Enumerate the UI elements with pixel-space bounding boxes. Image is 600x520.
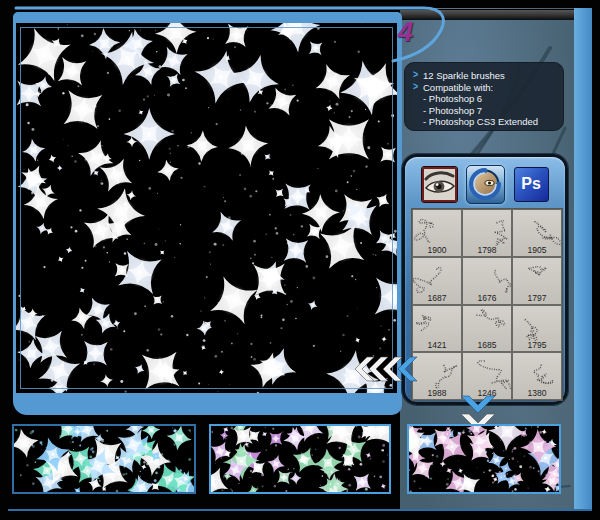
brush-size-label: 1797 (513, 293, 561, 303)
brush-cell[interactable]: 1380 (512, 352, 562, 400)
brush-stroke-preview (463, 306, 511, 342)
brush-cell[interactable]: 1900 (412, 209, 462, 257)
sparkle-preview-image (16, 23, 397, 393)
brush-stroke-preview (413, 210, 461, 246)
info-item: - Photoshop 6 (413, 93, 555, 105)
brush-size-label: 1685 (463, 340, 511, 350)
bottom-accent-line (8, 509, 592, 511)
info-item: - Photoshop CS3 Extended (413, 116, 555, 128)
brush-size-label: 1676 (463, 293, 511, 303)
brush-stroke-preview (513, 210, 561, 246)
eye-icon (424, 169, 455, 200)
brush-size-label: 1421 (413, 340, 461, 350)
brush-cell[interactable]: 1905 (512, 209, 562, 257)
brush-stroke-preview (463, 258, 511, 294)
ps-label: Ps (521, 175, 541, 193)
right-accent-bar (574, 8, 592, 511)
brush-stroke-preview (413, 306, 461, 342)
info-box: > 12 Sparkle brushes > Compatible with: … (404, 62, 564, 131)
feather-eye-icon (468, 167, 502, 201)
photoshop7-icon[interactable] (466, 165, 505, 204)
brush-cell[interactable]: 1988 (412, 352, 462, 400)
main-preview-frame (13, 12, 402, 415)
brush-size-label: 1798 (463, 245, 511, 255)
app-icons-row: Ps (405, 164, 565, 204)
preview-thumbnail-1 (12, 424, 196, 494)
info-text: - Photoshop CS3 Extended (423, 116, 538, 128)
left-chevrons-icon[interactable] (354, 355, 418, 383)
poster-canvas: 4 > 12 Sparkle brushes > Compatible with… (0, 0, 600, 520)
brush-size-label: 1380 (513, 388, 561, 398)
brush-size-label: 1795 (513, 340, 561, 350)
preview-sparkles-1 (14, 426, 194, 492)
brush-cell[interactable]: 1795 (512, 305, 562, 353)
brush-stroke-preview (413, 258, 461, 294)
info-text: - Photoshop 7 (423, 105, 482, 117)
brush-cell[interactable]: 1798 (462, 209, 512, 257)
info-item: > 12 Sparkle brushes (413, 70, 555, 82)
brush-cell[interactable]: 1685 (462, 305, 512, 353)
chevron-bullet-icon: > (413, 81, 423, 94)
brush-cell[interactable]: 1797 (512, 257, 562, 305)
brush-size-label: 1988 (413, 388, 461, 398)
preview-sparkles-2 (211, 426, 389, 492)
brush-size-label: 1905 (513, 245, 561, 255)
preview-thumbnail-2 (209, 424, 391, 494)
info-text: - Photoshop 6 (423, 93, 482, 105)
brush-size-label: 1687 (413, 293, 461, 303)
brush-panel: Ps 1900179819051687167617971421168517951… (402, 154, 568, 405)
preview-sparkles-3 (409, 426, 559, 492)
photoshop-cs3-ps-icon[interactable]: Ps (514, 167, 549, 202)
brush-cell[interactable]: 1246 (462, 352, 512, 400)
brush-stroke-preview (513, 306, 561, 342)
info-item: > Compatible with: (413, 82, 555, 94)
brush-stroke-preview (513, 353, 561, 389)
info-item: - Photoshop 7 (413, 105, 555, 117)
info-text: Compatible with: (423, 82, 493, 94)
photoshop6-eye-icon[interactable] (422, 167, 457, 202)
brush-cell[interactable]: 1676 (462, 257, 512, 305)
preview-thumbnail-3 (407, 424, 561, 494)
brush-cell[interactable]: 1421 (412, 305, 462, 353)
brush-grid: 1900179819051687167617971421168517951988… (411, 208, 563, 401)
page-number: 4 (398, 17, 428, 48)
brush-stroke-preview (463, 353, 511, 389)
brush-stroke-preview (463, 210, 511, 246)
info-text: 12 Sparkle brushes (423, 70, 505, 82)
brush-stroke-preview (513, 258, 561, 294)
brush-cell[interactable]: 1687 (412, 257, 462, 305)
brush-size-label: 1900 (413, 245, 461, 255)
brush-stroke-preview (413, 353, 461, 389)
